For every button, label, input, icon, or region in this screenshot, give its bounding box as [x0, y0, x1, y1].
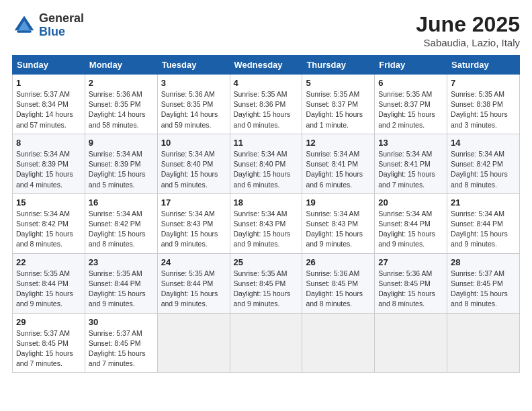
day-cell-3: 3 Sunrise: 5:36 AM Sunset: 8:35 PM Dayli… — [157, 75, 230, 134]
daylight-label: Daylight: 15 hours and 7 minutes. — [89, 349, 146, 367]
sunrise-label: Sunrise: 5:37 AM — [16, 329, 70, 337]
day-info: Sunrise: 5:36 AM Sunset: 8:35 PM Dayligh… — [161, 89, 226, 130]
daylight-label: Daylight: 14 hours and 59 minutes. — [161, 110, 218, 128]
sunset-label: Sunset: 8:45 PM — [378, 279, 431, 287]
daylight-label: Daylight: 15 hours and 7 minutes. — [16, 349, 73, 367]
day-cell-5: 5 Sunrise: 5:35 AM Sunset: 8:37 PM Dayli… — [302, 75, 375, 134]
day-number: 10 — [161, 138, 226, 148]
sunset-label: Sunset: 8:42 PM — [89, 220, 141, 228]
header: General Blue June 2025 Sabaudia, Lazio, … — [12, 12, 520, 48]
daylight-label: Daylight: 15 hours and 8 minutes. — [378, 289, 435, 308]
day-number: 11 — [234, 138, 299, 148]
day-info: Sunrise: 5:34 AM Sunset: 8:43 PM Dayligh… — [161, 209, 226, 250]
sunset-label: Sunset: 8:44 PM — [161, 279, 214, 287]
sunrise-label: Sunrise: 5:37 AM — [16, 90, 70, 98]
day-number: 14 — [451, 138, 516, 148]
day-info: Sunrise: 5:35 AM Sunset: 8:37 PM Dayligh… — [378, 89, 443, 130]
day-cell-10: 10 Sunrise: 5:34 AM Sunset: 8:40 PM Dayl… — [157, 134, 230, 193]
day-info: Sunrise: 5:36 AM Sunset: 8:45 PM Dayligh… — [378, 269, 443, 310]
month-title: June 2025 — [416, 12, 520, 37]
logo-general: General — [39, 11, 84, 25]
day-info: Sunrise: 5:35 AM Sunset: 8:37 PM Dayligh… — [306, 89, 371, 130]
day-cell-15: 15 Sunrise: 5:34 AM Sunset: 8:42 PM Dayl… — [13, 193, 85, 253]
day-cell-21: 21 Sunrise: 5:34 AM Sunset: 8:44 PM Dayl… — [447, 193, 520, 253]
day-cell-22: 22 Sunrise: 5:35 AM Sunset: 8:44 PM Dayl… — [13, 253, 85, 313]
sunrise-label: Sunrise: 5:36 AM — [161, 90, 215, 98]
sunset-label: Sunset: 8:41 PM — [306, 160, 358, 168]
day-info: Sunrise: 5:34 AM Sunset: 8:41 PM Dayligh… — [306, 149, 371, 190]
sunrise-label: Sunrise: 5:34 AM — [16, 150, 70, 158]
day-cell-26: 26 Sunrise: 5:36 AM Sunset: 8:45 PM Dayl… — [302, 253, 375, 313]
sunset-label: Sunset: 8:42 PM — [16, 220, 69, 228]
sunrise-label: Sunrise: 5:34 AM — [89, 150, 142, 158]
daylight-label: Daylight: 15 hours and 7 minutes. — [378, 170, 435, 188]
daylight-label: Daylight: 15 hours and 5 minutes. — [89, 170, 146, 188]
sunrise-label: Sunrise: 5:36 AM — [89, 90, 142, 98]
day-number: 5 — [306, 78, 371, 88]
day-number: 23 — [89, 257, 154, 267]
week-row-3: 15 Sunrise: 5:34 AM Sunset: 8:42 PM Dayl… — [13, 193, 520, 253]
day-info: Sunrise: 5:37 AM Sunset: 8:45 PM Dayligh… — [451, 269, 516, 310]
sunrise-label: Sunrise: 5:35 AM — [451, 90, 504, 98]
sunrise-label: Sunrise: 5:34 AM — [234, 210, 287, 218]
day-info: Sunrise: 5:35 AM Sunset: 8:36 PM Dayligh… — [234, 89, 299, 130]
sunset-label: Sunset: 8:35 PM — [89, 100, 141, 108]
day-number: 2 — [89, 78, 154, 88]
daylight-label: Daylight: 15 hours and 8 minutes. — [451, 170, 508, 188]
sunset-label: Sunset: 8:45 PM — [16, 339, 69, 347]
svg-rect-2 — [17, 30, 32, 33]
sunrise-label: Sunrise: 5:35 AM — [378, 90, 432, 98]
day-info: Sunrise: 5:34 AM Sunset: 8:43 PM Dayligh… — [234, 209, 299, 250]
day-cell-20: 20 Sunrise: 5:34 AM Sunset: 8:44 PM Dayl… — [375, 193, 447, 253]
sunrise-label: Sunrise: 5:37 AM — [451, 269, 504, 277]
sunset-label: Sunset: 8:37 PM — [306, 100, 358, 108]
day-cell-16: 16 Sunrise: 5:34 AM Sunset: 8:42 PM Dayl… — [85, 193, 157, 253]
sunrise-label: Sunrise: 5:34 AM — [161, 210, 215, 218]
day-info: Sunrise: 5:34 AM Sunset: 8:43 PM Dayligh… — [306, 209, 371, 250]
sunset-label: Sunset: 8:35 PM — [161, 100, 214, 108]
day-info: Sunrise: 5:34 AM Sunset: 8:41 PM Dayligh… — [378, 149, 443, 190]
sunset-label: Sunset: 8:44 PM — [378, 220, 431, 228]
day-info: Sunrise: 5:36 AM Sunset: 8:45 PM Dayligh… — [306, 269, 371, 310]
day-number: 6 — [378, 78, 443, 88]
sunset-label: Sunset: 8:41 PM — [378, 160, 431, 168]
daylight-label: Daylight: 15 hours and 9 minutes. — [161, 230, 218, 248]
day-cell-13: 13 Sunrise: 5:34 AM Sunset: 8:41 PM Dayl… — [375, 134, 447, 193]
day-info: Sunrise: 5:34 AM Sunset: 8:44 PM Dayligh… — [451, 209, 516, 250]
empty-cell — [375, 313, 447, 373]
sunrise-label: Sunrise: 5:35 AM — [234, 269, 287, 277]
day-cell-11: 11 Sunrise: 5:34 AM Sunset: 8:40 PM Dayl… — [230, 134, 302, 193]
sunrise-label: Sunrise: 5:34 AM — [451, 210, 504, 218]
sunset-label: Sunset: 8:39 PM — [16, 160, 69, 168]
week-row-5: 29 Sunrise: 5:37 AM Sunset: 8:45 PM Dayl… — [13, 313, 520, 373]
day-info: Sunrise: 5:34 AM Sunset: 8:40 PM Dayligh… — [161, 149, 226, 190]
sunrise-label: Sunrise: 5:35 AM — [89, 269, 142, 277]
day-cell-25: 25 Sunrise: 5:35 AM Sunset: 8:45 PM Dayl… — [230, 253, 302, 313]
day-info: Sunrise: 5:35 AM Sunset: 8:44 PM Dayligh… — [16, 269, 81, 310]
sunrise-label: Sunrise: 5:34 AM — [234, 150, 287, 158]
day-info: Sunrise: 5:34 AM Sunset: 8:42 PM Dayligh… — [451, 149, 516, 190]
week-row-2: 8 Sunrise: 5:34 AM Sunset: 8:39 PM Dayli… — [13, 134, 520, 193]
header-friday: Friday — [375, 56, 447, 75]
daylight-label: Daylight: 15 hours and 1 minute. — [306, 110, 363, 128]
sunrise-label: Sunrise: 5:34 AM — [89, 210, 142, 218]
day-number: 28 — [451, 257, 516, 267]
day-info: Sunrise: 5:37 AM Sunset: 8:45 PM Dayligh… — [89, 328, 154, 369]
sunset-label: Sunset: 8:43 PM — [161, 220, 214, 228]
day-cell-24: 24 Sunrise: 5:35 AM Sunset: 8:44 PM Dayl… — [157, 253, 230, 313]
day-info: Sunrise: 5:34 AM Sunset: 8:44 PM Dayligh… — [378, 209, 443, 250]
sunrise-label: Sunrise: 5:34 AM — [378, 150, 432, 158]
daylight-label: Daylight: 15 hours and 9 minutes. — [89, 289, 146, 308]
sunrise-label: Sunrise: 5:35 AM — [234, 90, 287, 98]
day-cell-9: 9 Sunrise: 5:34 AM Sunset: 8:39 PM Dayli… — [85, 134, 157, 193]
daylight-label: Daylight: 15 hours and 8 minutes. — [89, 230, 146, 248]
day-number: 3 — [161, 78, 226, 88]
sunset-label: Sunset: 8:43 PM — [306, 220, 358, 228]
sunset-label: Sunset: 8:44 PM — [16, 279, 69, 287]
header-tuesday: Tuesday — [157, 56, 230, 75]
sunrise-label: Sunrise: 5:35 AM — [16, 269, 70, 277]
day-info: Sunrise: 5:37 AM Sunset: 8:34 PM Dayligh… — [16, 89, 81, 130]
sunset-label: Sunset: 8:45 PM — [234, 279, 286, 287]
day-info: Sunrise: 5:35 AM Sunset: 8:38 PM Dayligh… — [451, 89, 516, 130]
day-number: 26 — [306, 257, 371, 267]
